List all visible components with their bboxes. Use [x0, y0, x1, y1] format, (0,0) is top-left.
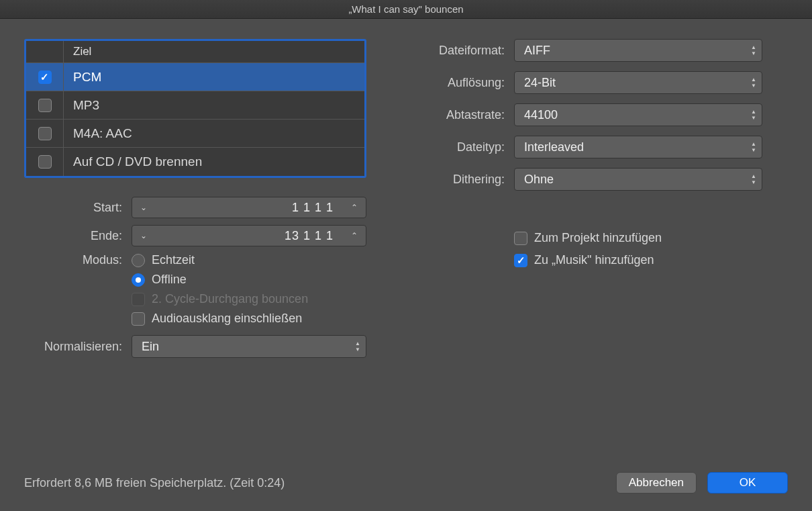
mode-label: Modus: — [24, 253, 132, 267]
file-format-label: Dateiformat: — [407, 44, 514, 58]
normalize-value: Ein — [142, 340, 159, 354]
destination-header-checkbox-col — [26, 41, 64, 62]
ok-button-label: OK — [740, 476, 756, 490]
updown-icon: ▲▼ — [355, 341, 360, 353]
dithering-dropdown[interactable]: Ohne ▲▼ — [514, 168, 762, 191]
add-to-music-checkbox[interactable] — [514, 254, 527, 267]
destination-row-checkbox-cell — [26, 120, 64, 147]
start-decrement[interactable]: ⌄ — [132, 203, 155, 212]
file-type-value: Interleaved — [524, 140, 584, 154]
audio-tail-checkbox[interactable] — [132, 312, 145, 326]
add-to-project-label: Zum Projekt hinzufügen — [534, 231, 662, 245]
destination-row-label: M4A: AAC — [64, 126, 364, 141]
destination-row[interactable]: PCM — [26, 63, 364, 91]
cancel-button[interactable]: Abbrechen — [616, 472, 697, 494]
mode-offline-label: Offline — [152, 273, 187, 287]
end-increment[interactable]: ⌃ — [343, 231, 366, 240]
destination-row[interactable]: M4A: AAC — [26, 120, 364, 148]
updown-icon: ▲▼ — [751, 174, 756, 185]
updown-icon: ▲▼ — [751, 142, 756, 153]
ok-button[interactable]: OK — [707, 472, 788, 494]
mode-realtime-radio[interactable] — [132, 254, 145, 267]
second-cycle-label: 2. Cycle-Durchgang bouncen — [152, 292, 308, 306]
destination-checkbox[interactable] — [38, 71, 52, 84]
footer-buttons: Abbrechen OK — [616, 472, 788, 494]
start-value: 1 1 1 1 — [155, 201, 343, 215]
updown-icon: ▲▼ — [751, 45, 756, 56]
end-value: 13 1 1 1 — [155, 229, 343, 243]
add-to-project-option[interactable]: Zum Projekt hinzufügen — [514, 231, 788, 245]
sample-rate-label: Abtastrate: — [407, 108, 514, 122]
dithering-label: Dithering: — [407, 173, 514, 187]
destination-checkbox[interactable] — [38, 155, 52, 169]
file-format-dropdown[interactable]: AIFF ▲▼ — [514, 39, 762, 62]
destination-checkbox[interactable] — [38, 127, 52, 140]
file-format-value: AIFF — [524, 44, 550, 58]
file-type-label: Dateityp: — [407, 140, 514, 154]
mode-offline-radio[interactable] — [132, 273, 145, 287]
audio-tail-option[interactable]: Audioausklang einschließen — [132, 312, 366, 326]
cancel-button-label: Abbrechen — [629, 476, 684, 490]
mode-realtime-option[interactable]: Echtzeit — [132, 253, 366, 267]
destination-row-checkbox-cell — [26, 63, 64, 91]
normalize-label: Normalisieren: — [24, 340, 132, 354]
destination-row[interactable]: Auf CD / DVD brennen — [26, 148, 364, 176]
start-increment[interactable]: ⌃ — [343, 203, 366, 212]
resolution-dropdown[interactable]: 24-Bit ▲▼ — [514, 71, 762, 94]
add-to-project-checkbox[interactable] — [514, 232, 527, 245]
start-stepper[interactable]: ⌄ 1 1 1 1 ⌃ — [132, 197, 366, 218]
sample-rate-value: 44100 — [524, 108, 558, 122]
audio-tail-label: Audioausklang einschließen — [152, 312, 302, 326]
destination-row[interactable]: MP3 — [26, 91, 364, 120]
file-type-dropdown[interactable]: Interleaved ▲▼ — [514, 136, 762, 158]
end-label: Ende: — [24, 229, 132, 243]
resolution-value: 24-Bit — [524, 76, 556, 90]
dithering-value: Ohne — [524, 173, 554, 187]
end-decrement[interactable]: ⌄ — [132, 231, 155, 240]
destination-table: Ziel PCMMP3M4A: AACAuf CD / DVD brennen — [24, 39, 366, 178]
destination-header-label: Ziel — [64, 41, 364, 62]
mode-realtime-label: Echtzeit — [152, 253, 195, 267]
second-cycle-checkbox — [132, 293, 145, 306]
updown-icon: ▲▼ — [751, 77, 756, 89]
window-titlebar: „What I can say" bouncen — [0, 0, 812, 19]
destination-row-label: MP3 — [64, 98, 364, 113]
add-to-music-option[interactable]: Zu „Musik" hinzufügen — [514, 253, 788, 267]
destination-row-checkbox-cell — [26, 91, 64, 119]
destination-header: Ziel — [26, 41, 364, 63]
window-title: „What I can say" bouncen — [348, 3, 463, 15]
end-stepper[interactable]: ⌄ 13 1 1 1 ⌃ — [132, 225, 366, 246]
normalize-dropdown[interactable]: Ein ▲▼ — [132, 335, 366, 358]
left-column: Ziel PCMMP3M4A: AACAuf CD / DVD brennen … — [24, 39, 366, 365]
mode-offline-option[interactable]: Offline — [132, 273, 366, 287]
add-to-music-label: Zu „Musik" hinzufügen — [534, 253, 654, 267]
destination-row-label: PCM — [64, 70, 364, 85]
start-label: Start: — [24, 201, 132, 215]
right-column: Dateiformat: AIFF ▲▼ Auflösung: 24-Bit ▲… — [407, 39, 788, 365]
dialog-content: Ziel PCMMP3M4A: AACAuf CD / DVD brennen … — [0, 19, 812, 378]
updown-icon: ▲▼ — [751, 109, 756, 121]
destination-checkbox[interactable] — [38, 99, 52, 112]
destination-row-label: Auf CD / DVD brennen — [64, 154, 364, 169]
sample-rate-dropdown[interactable]: 44100 ▲▼ — [514, 103, 762, 126]
status-text: Erfordert 8,6 MB freien Speicherplatz. (… — [24, 476, 285, 490]
resolution-label: Auflösung: — [407, 76, 514, 90]
second-cycle-option: 2. Cycle-Durchgang bouncen — [132, 292, 366, 306]
destination-row-checkbox-cell — [26, 148, 64, 176]
dialog-footer: Erfordert 8,6 MB freien Speicherplatz. (… — [24, 472, 788, 494]
